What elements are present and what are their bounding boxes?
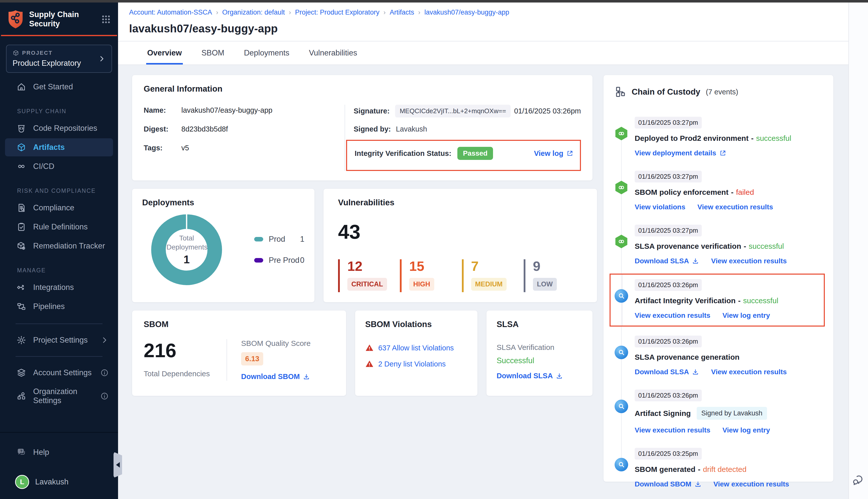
download-icon <box>692 257 699 265</box>
event-link-view-execution-results[interactable]: View execution results <box>635 426 710 434</box>
event-timestamp: 01/16/2025 03:27pm <box>635 117 702 129</box>
breadcrumb-item-organization-default[interactable]: Organization: default <box>222 9 285 16</box>
chain-of-custody-timeline: 01/16/2025 03:27pmDeployed to Prod2 envi… <box>615 117 822 488</box>
sbom-quality-section: SBOM Quality Score 6.13 Download SBOM <box>227 339 311 381</box>
sidebar-item-rule-definitions[interactable]: Rule Definitions <box>5 218 113 236</box>
deployments-card: Deployments Total Deployments 1 Prod1P <box>132 189 314 302</box>
severity-breakdown: 12CRITICAL15HIGH7MEDIUM9LOW <box>338 259 586 292</box>
sidebar-item-label: Pipelines <box>33 302 65 311</box>
event-status: successful <box>756 134 791 143</box>
event-title: SLSA provenance verification <box>635 242 741 251</box>
event-title: Artifact Signing <box>635 409 691 418</box>
event-link-view-deployment-details[interactable]: View deployment details <box>635 149 726 157</box>
breadcrumb-item-artifacts[interactable]: Artifacts <box>390 9 414 16</box>
vulnerabilities-total: 43 <box>338 220 586 243</box>
sidebar-collapse-handle[interactable] <box>113 452 122 478</box>
sidebar-item-project-settings[interactable]: Project Settings <box>5 331 113 349</box>
sidebar-item-compliance[interactable]: Compliance <box>5 199 113 217</box>
download-sbom-link[interactable]: Download SBOM <box>241 373 310 381</box>
info-field-tags: Tags:v5 <box>144 144 345 152</box>
tab-overview[interactable]: Overview <box>146 41 183 64</box>
legend-swatch <box>254 237 263 242</box>
collapse-left-icon <box>116 462 120 467</box>
event-link-download-slsa[interactable]: Download SLSA <box>635 257 699 265</box>
supply-chain-security-logo-icon <box>8 10 24 28</box>
chain-of-custody-card: Chain of Custody (7 events) 01/16/2025 0… <box>604 75 833 482</box>
legend-label: Prod <box>269 235 285 244</box>
sidebar-item-label: Help <box>33 448 49 457</box>
sidebar-item-remediation-tracker[interactable]: Remediation Tracker <box>5 237 113 255</box>
tab-sbom[interactable]: SBOM <box>201 41 225 64</box>
view-log-link[interactable]: View log <box>534 149 574 158</box>
sidebar-item-ci-cd[interactable]: CI/CD <box>5 157 113 175</box>
event-link-label: View execution results <box>635 312 710 319</box>
event-link-view-violations[interactable]: View violations <box>635 203 685 211</box>
app-root: Supply Chain Security PROJECT Product Ex… <box>0 0 868 499</box>
breadcrumb-item-lavakush07-easy-buggy-app[interactable]: lavakush07/easy-buggy-app <box>424 9 509 16</box>
download-slsa-link[interactable]: Download SLSA <box>496 372 563 380</box>
right-rail <box>848 2 868 499</box>
sidebar-item-help[interactable]: ? Help <box>5 443 113 461</box>
sidebar-item-code-repositories[interactable]: Code Repositories <box>5 119 113 137</box>
severity-badge: CRITICAL <box>347 278 387 291</box>
sidebar-item-organization-settings[interactable]: Organization Settings <box>5 383 113 410</box>
event-links: View execution resultsView log entry <box>635 426 822 434</box>
event-link-view-execution-results[interactable]: View execution results <box>711 368 787 376</box>
sidebar-divider <box>15 356 103 357</box>
sidebar-item-get-started[interactable]: Get Started <box>5 78 113 96</box>
breadcrumb: Account: Automation-SSCA›Organization: d… <box>129 9 839 16</box>
event-link-label: Download SLSA <box>635 368 689 376</box>
event-link-view-execution-results[interactable]: View execution results <box>711 257 787 265</box>
sidebar-item-integrations[interactable]: Integrations <box>5 278 113 296</box>
scan-step-icon <box>615 458 628 471</box>
event-link-view-execution-results[interactable]: View execution results <box>635 312 710 319</box>
legend-value: 0 <box>300 256 304 265</box>
project-label-row: PROJECT <box>13 50 81 56</box>
timeline-icon-column <box>615 279 635 319</box>
event-timestamp: 01/16/2025 03:26pm <box>635 390 702 401</box>
violation-link-637-allow-list-violations[interactable]: 637 Allow list Violations <box>378 344 454 352</box>
event-title-row: SBOM policy enforcement-failed <box>635 188 822 196</box>
sbom-total-dependencies-label: Total Dependencies <box>144 369 227 378</box>
event-link-view-log-entry[interactable]: View log entry <box>722 426 770 434</box>
event-link-view-execution-results[interactable]: View execution results <box>698 203 773 211</box>
event-status-separator: - <box>738 296 741 305</box>
project-cube-icon <box>13 50 19 56</box>
info-field-label: Tags: <box>144 144 181 152</box>
signed-by-row: Signed by: Lavakush <box>354 125 581 133</box>
violation-row: 637 Allow list Violations <box>365 344 467 352</box>
event-status-separator: - <box>751 134 754 143</box>
sidebar-item-account-settings[interactable]: Account Settings <box>5 364 113 382</box>
legend-value: 1 <box>300 235 304 244</box>
slsa-verification-label: SLSA Verification <box>496 343 582 352</box>
event-link-download-sbom[interactable]: Download SBOM <box>635 480 701 488</box>
chat-support-icon[interactable] <box>852 473 865 487</box>
window-top-strip <box>0 0 868 2</box>
donut-center-value: 1 <box>184 253 190 266</box>
event-link-view-log-entry[interactable]: View log entry <box>722 312 770 319</box>
tab-deployments[interactable]: Deployments <box>243 41 290 64</box>
sidebar-item-pipelines[interactable]: Pipelines <box>5 297 113 316</box>
cards-row-2: Deployments Total Deployments 1 Prod1P <box>132 189 592 302</box>
user-menu[interactable]: L Lavakush <box>5 471 113 489</box>
external-link-icon <box>566 150 574 157</box>
tab-vulnerabilities[interactable]: Vulnerabilities <box>308 41 358 64</box>
project-selector[interactable]: PROJECT Product Exploratory <box>6 45 112 73</box>
event-link-view-execution-results[interactable]: View execution results <box>713 480 789 488</box>
sbom-quality-score-value: 6.13 <box>241 352 263 365</box>
module-grid-icon[interactable] <box>101 14 111 24</box>
breadcrumb-item-account-automation-ssca[interactable]: Account: Automation-SSCA <box>129 9 212 16</box>
warning-triangle-icon <box>365 360 374 368</box>
event-link-download-slsa[interactable]: Download SLSA <box>635 368 699 376</box>
event-status-separator: - <box>698 465 700 474</box>
sidebar-item-artifacts[interactable]: Artifacts <box>5 138 113 156</box>
gear-icon <box>16 335 26 345</box>
event-title: SBOM policy enforcement <box>635 188 728 196</box>
event-links: Download SLSAView execution results <box>635 368 822 376</box>
integrations-icon <box>16 283 26 292</box>
sidebar-header: Supply Chain Security <box>0 2 118 35</box>
sbom-quality-score-label: SBOM Quality Score <box>241 339 311 348</box>
event-link-label: View log entry <box>722 312 770 319</box>
violation-link-2-deny-list-violations[interactable]: 2 Deny list Violations <box>378 360 446 368</box>
breadcrumb-item-project-product-exploratory[interactable]: Project: Product Exploratory <box>295 9 379 16</box>
